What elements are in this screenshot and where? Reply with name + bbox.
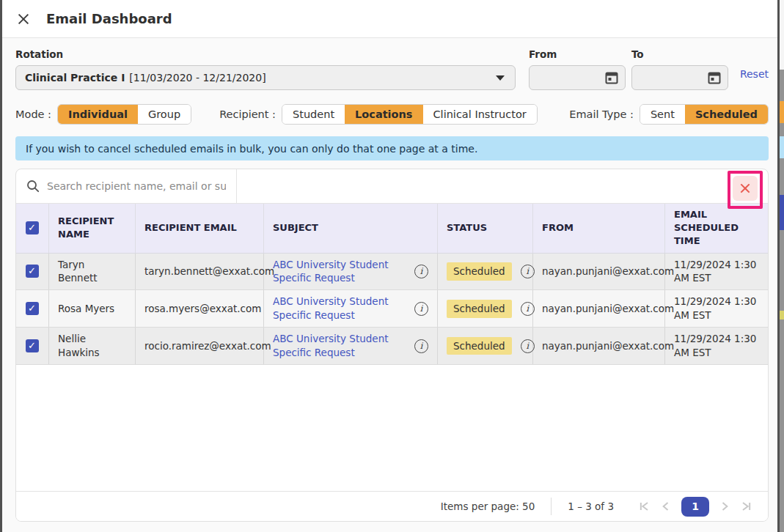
- row-checkbox-cell: [16, 290, 49, 327]
- table-header-row: RECIPIENT NAME RECIPIENT EMAIL SUBJECT S…: [16, 204, 768, 254]
- reset-link[interactable]: Reset: [740, 68, 769, 80]
- scheduled-time-cell: 11/29/2024 1:30 AM EST: [665, 290, 769, 327]
- to-date-field[interactable]: [631, 65, 728, 90]
- row-checkbox[interactable]: [26, 339, 39, 352]
- banner-text: If you wish to cancel scheduled emails i…: [26, 143, 477, 155]
- mode-option-group[interactable]: Group: [138, 105, 191, 124]
- dialog-titlebar: Email Dashboard: [2, 0, 777, 38]
- table-search-row: [16, 169, 768, 204]
- table-row: Rosa Myers rosa.myers@exxat.com ABC Univ…: [16, 290, 768, 328]
- cancel-scheduled-highlight-box: [728, 171, 763, 209]
- first-page-icon[interactable]: [633, 497, 655, 516]
- recipient-label: Recipient :: [219, 108, 276, 120]
- search-box: [16, 169, 237, 203]
- from-cell: nayan.punjani@exxat.com: [533, 290, 665, 327]
- email-type-option-sent[interactable]: Sent: [640, 105, 685, 124]
- table-row: Taryn Bennett taryn.bennett@exxat.com AB…: [16, 254, 768, 291]
- row-checkbox[interactable]: [26, 265, 39, 278]
- calendar-icon[interactable]: [707, 70, 722, 85]
- from-cell: nayan.punjani@exxat.com: [533, 328, 665, 364]
- status-info-icon[interactable]: i: [521, 339, 535, 353]
- recipient-toggle-group: Student Locations Clinical Instructor: [282, 104, 538, 125]
- status-info-icon[interactable]: i: [521, 265, 535, 278]
- recipient-email-cell: taryn.bennett@exxat.com: [136, 254, 264, 290]
- recipient-name-cell: Nellie Hawkins: [49, 328, 136, 364]
- table-row: Nellie Hawkins rocio.ramirez@exxat.com A…: [16, 328, 768, 365]
- header-recipient-name: RECIPIENT NAME: [49, 204, 136, 253]
- subject-info-icon[interactable]: i: [414, 265, 428, 278]
- to-label: To: [631, 48, 728, 60]
- status-info-icon[interactable]: i: [521, 302, 535, 316]
- header-from: FROM: [533, 204, 665, 253]
- email-type-label: Email Type :: [569, 108, 634, 120]
- emails-table-card: RECIPIENT NAME RECIPIENT EMAIL SUBJECT S…: [15, 169, 769, 522]
- rotation-filter-row: Rotation Clinical Practice I[11/03/2020 …: [15, 48, 769, 90]
- subject-info-icon[interactable]: i: [414, 302, 428, 316]
- header-status: STATUS: [438, 204, 533, 253]
- email-type-option-scheduled[interactable]: Scheduled: [685, 105, 768, 124]
- subject-link[interactable]: ABC University Student Specific Request: [273, 258, 414, 286]
- header-scheduled-time: EMAIL SCHEDULED TIME: [665, 204, 769, 253]
- search-input[interactable]: [47, 180, 226, 192]
- scheduled-time-cell: 11/29/2024 1:30 AM EST: [665, 254, 769, 290]
- rotation-select[interactable]: Clinical Practice I[11/03/2020 - 12/21/2…: [15, 65, 516, 90]
- search-icon: [26, 180, 40, 193]
- recipient-option-locations[interactable]: Locations: [345, 105, 422, 124]
- status-cell: Scheduled i: [438, 328, 533, 364]
- rotation-dates: [11/03/2020 - 12/21/2020]: [129, 72, 265, 84]
- header-subject: SUBJECT: [264, 204, 438, 253]
- last-page-icon[interactable]: [736, 497, 758, 516]
- background-page-sliver: [780, 0, 784, 532]
- recipient-email-cell: rocio.ramirez@exxat.com: [136, 328, 264, 364]
- row-checkbox-cell: [16, 328, 49, 364]
- chevron-down-icon: [496, 75, 505, 81]
- email-dashboard-dialog: Email Dashboard Rotation Clinical Practi…: [0, 0, 780, 532]
- rotation-block: Rotation Clinical Practice I[11/03/2020 …: [15, 48, 516, 90]
- subject-cell: ABC University Student Specific Request …: [264, 290, 438, 327]
- mode-toggle-group: Individual Group: [57, 104, 191, 125]
- mode-label: Mode :: [15, 108, 51, 120]
- pager: 1: [633, 497, 758, 517]
- table-empty-area: [16, 365, 768, 491]
- row-checkbox-cell: [16, 254, 49, 290]
- mode-option-individual[interactable]: Individual: [58, 105, 138, 124]
- subject-link[interactable]: ABC University Student Specific Request: [273, 332, 414, 360]
- status-cell: Scheduled i: [438, 290, 533, 327]
- from-cell: nayan.punjani@exxat.com: [533, 254, 665, 290]
- recipient-name-cell: Rosa Myers: [49, 290, 136, 327]
- previous-page-icon[interactable]: [655, 497, 677, 516]
- email-type-toggle-group: Sent Scheduled: [640, 104, 769, 125]
- from-label: From: [529, 48, 626, 60]
- rotation-value: Clinical Practice I[11/03/2020 - 12/21/2…: [25, 72, 266, 84]
- page-title: Email Dashboard: [46, 11, 172, 26]
- next-page-icon[interactable]: [714, 497, 736, 516]
- rotation-name: Clinical Practice I: [25, 72, 125, 84]
- from-date-field[interactable]: [529, 65, 626, 90]
- to-date-block: To: [631, 48, 728, 90]
- subject-info-icon[interactable]: i: [414, 339, 428, 353]
- recipient-option-student[interactable]: Student: [282, 105, 345, 124]
- items-per-page: Items per page: 50: [441, 500, 535, 512]
- close-dialog-icon[interactable]: [15, 11, 32, 27]
- email-dashboard-screen: Email Dashboard Rotation Clinical Practi…: [0, 0, 784, 532]
- status-badge: Scheduled: [447, 337, 512, 355]
- table-footer: Items per page: 50 1 – 3 of 3 1: [16, 491, 768, 521]
- dialog-content: Rotation Clinical Practice I[11/03/2020 …: [2, 38, 777, 522]
- recipient-email-cell: rosa.myers@exxat.com: [136, 290, 264, 327]
- range-label: 1 – 3 of 3: [568, 500, 614, 512]
- subject-cell: ABC University Student Specific Request …: [264, 328, 438, 364]
- cancel-scheduled-emails-button[interactable]: [733, 176, 758, 201]
- header-checkbox-cell: [16, 204, 49, 253]
- toggles-row: Mode : Individual Group Recipient : Stud…: [15, 104, 769, 125]
- select-all-checkbox[interactable]: [26, 221, 39, 234]
- bulk-cancel-info-banner: If you wish to cancel scheduled emails i…: [15, 136, 769, 160]
- page-1-button[interactable]: 1: [681, 497, 709, 517]
- recipient-option-clinical-instructor[interactable]: Clinical Instructor: [423, 105, 537, 124]
- header-recipient-email: RECIPIENT EMAIL: [136, 204, 264, 253]
- subject-link[interactable]: ABC University Student Specific Request: [273, 295, 414, 322]
- subject-cell: ABC University Student Specific Request …: [264, 254, 438, 290]
- row-checkbox[interactable]: [26, 302, 39, 315]
- calendar-icon[interactable]: [604, 70, 619, 85]
- status-badge: Scheduled: [447, 262, 512, 281]
- from-date-block: From: [529, 48, 626, 90]
